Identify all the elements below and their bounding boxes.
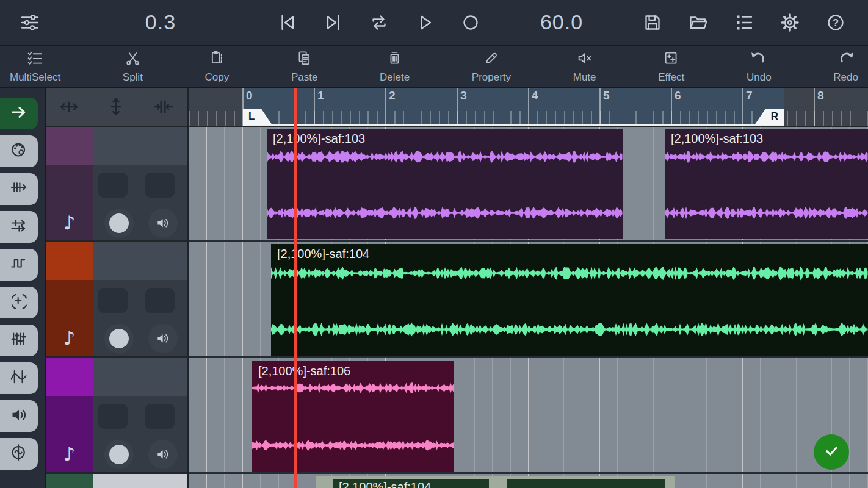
- play-icon[interactable]: [413, 11, 436, 34]
- effect-icon: [662, 49, 680, 70]
- track-lane-2[interactable]: [2,100%]-saf:104: [189, 242, 868, 358]
- track-name[interactable]: [93, 474, 187, 488]
- bar-line: [457, 88, 458, 126]
- track-lane-4[interactable]: [2,100%]-saf:104: [189, 474, 868, 488]
- track-header-column: ♪♪♪: [46, 88, 189, 488]
- multiselect-button[interactable]: MultiSelect: [10, 49, 60, 84]
- undo-icon: [750, 49, 768, 70]
- v-zoom-button[interactable]: [106, 97, 127, 118]
- clip-segment[interactable]: [2,100%]-saf:104: [333, 479, 489, 488]
- delete-icon: [386, 49, 403, 70]
- instrument-note-icon[interactable]: ♪: [46, 329, 93, 348]
- bar-line: [314, 88, 315, 126]
- tool-palette[interactable]: [0, 135, 38, 167]
- open-folder-icon[interactable]: [687, 11, 710, 34]
- track-header-3[interactable]: ♪: [46, 358, 187, 474]
- timeline-ruler[interactable]: L R 012345678: [189, 88, 868, 127]
- track-header-4[interactable]: [46, 474, 187, 488]
- track-number[interactable]: [46, 127, 93, 165]
- palette-icon: [9, 140, 29, 163]
- mute-button[interactable]: Mute: [573, 49, 596, 84]
- undo-button[interactable]: Undo: [747, 49, 772, 84]
- effect-button[interactable]: Effect: [658, 49, 684, 84]
- timeline-area: L R 012345678 [2,100%]-saf:103[2,100%]-s…: [189, 88, 868, 488]
- bar-number: 2: [389, 89, 396, 102]
- mute-button[interactable]: [98, 404, 128, 429]
- skip-start-icon[interactable]: [276, 11, 299, 34]
- help-icon[interactable]: ?: [824, 11, 847, 34]
- tracklist-icon[interactable]: [732, 11, 756, 34]
- track-number[interactable]: [46, 474, 93, 488]
- track-header-2[interactable]: ♪: [46, 242, 187, 358]
- track-monitor-button[interactable]: [148, 324, 178, 353]
- bar-line: [814, 88, 815, 126]
- arm-record-button[interactable]: [104, 324, 134, 353]
- property-button[interactable]: Property: [472, 49, 511, 84]
- bpm-value[interactable]: 60.0: [540, 10, 583, 34]
- track-name[interactable]: [93, 127, 187, 165]
- instrument-note-icon[interactable]: ♪: [46, 214, 93, 232]
- tune-icon[interactable]: [18, 11, 42, 34]
- track-number[interactable]: [46, 242, 93, 280]
- zoom-controls: [46, 88, 187, 127]
- shake-icon: [9, 292, 29, 314]
- track-name[interactable]: [93, 358, 187, 396]
- track-lane-3[interactable]: [2,100%]-saf:106: [189, 358, 868, 474]
- h-zoom-button[interactable]: [59, 97, 80, 118]
- track-monitor-button[interactable]: [148, 209, 178, 238]
- bar-number: 6: [675, 89, 681, 102]
- bar-number: 3: [460, 89, 467, 102]
- record-icon[interactable]: [459, 11, 482, 34]
- tool-time-stretch[interactable]: [0, 173, 38, 205]
- fit-zoom-button[interactable]: [153, 97, 174, 118]
- track-header-1[interactable]: ♪: [46, 127, 187, 242]
- audio-clip[interactable]: [2,100%]-saf:103: [267, 129, 623, 239]
- tool-monitor[interactable]: [0, 400, 38, 432]
- loop-icon[interactable]: [367, 11, 391, 34]
- copy-button[interactable]: Copy: [205, 49, 230, 84]
- skip-end-icon[interactable]: [322, 11, 345, 34]
- tool-mixer[interactable]: [0, 325, 38, 356]
- solo-button[interactable]: [145, 173, 175, 198]
- tool-envelope[interactable]: [0, 249, 38, 281]
- paste-button[interactable]: Paste: [291, 49, 317, 84]
- clip-label: [2,100%]-saf:104: [277, 247, 369, 261]
- solo-button[interactable]: [145, 404, 175, 429]
- track-lane-1[interactable]: [2,100%]-saf:103[2,100%]-saf:103: [189, 127, 868, 242]
- solo-button[interactable]: [145, 288, 175, 313]
- playback-position[interactable]: 0.3: [145, 10, 176, 34]
- split-button[interactable]: Split: [123, 49, 143, 84]
- audio-clip[interactable]: [2,100%]-saf:104: [271, 244, 868, 356]
- clip-segment[interactable]: [507, 479, 665, 488]
- split-icon: [124, 49, 142, 70]
- mute-button[interactable]: [98, 173, 128, 198]
- topbar-right-actions: ?: [641, 0, 847, 45]
- arm-record-button[interactable]: [104, 209, 134, 238]
- track-number[interactable]: [46, 358, 93, 396]
- copy-label: Copy: [205, 71, 230, 84]
- settings-icon[interactable]: [778, 11, 801, 34]
- track-name[interactable]: [93, 242, 187, 280]
- save-icon[interactable]: [641, 11, 664, 34]
- paste-icon: [295, 49, 313, 70]
- confirm-button[interactable]: [814, 434, 849, 470]
- transport-controls: [276, 0, 482, 45]
- tool-pointer[interactable]: [0, 98, 38, 129]
- audio-clip-selected[interactable]: [2,100%]-saf:104: [316, 476, 675, 488]
- arm-record-button[interactable]: [104, 440, 134, 469]
- tool-route[interactable]: [0, 211, 38, 243]
- audio-clip[interactable]: [2,100%]-saf:103: [665, 129, 868, 239]
- instrument-note-icon[interactable]: ♪: [46, 445, 93, 464]
- tool-pan-wave[interactable]: [0, 438, 38, 470]
- delete-button[interactable]: Delete: [380, 49, 410, 84]
- tool-shake[interactable]: [0, 287, 38, 318]
- property-label: Property: [472, 71, 511, 84]
- track-monitor-button[interactable]: [148, 440, 178, 469]
- tool-fade[interactable]: [0, 362, 38, 394]
- speaker-icon: [155, 331, 171, 346]
- redo-button[interactable]: Redo: [833, 49, 858, 84]
- audio-clip[interactable]: [2,100%]-saf:106: [252, 361, 454, 472]
- bar-number: 4: [532, 89, 538, 102]
- mute-button[interactable]: [98, 288, 128, 313]
- playhead[interactable]: [294, 88, 297, 488]
